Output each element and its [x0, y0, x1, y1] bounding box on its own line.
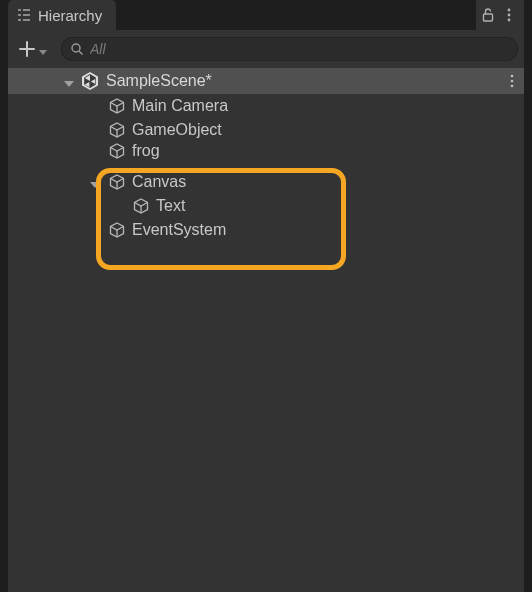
hierarchy-item-main-camera[interactable]: Main Camera: [8, 94, 524, 118]
item-label: Main Camera: [132, 97, 228, 115]
item-label: GameObject: [132, 121, 222, 139]
svg-line-13: [79, 51, 83, 55]
hierarchy-item-frog[interactable]: frog: [8, 142, 524, 160]
tab-label: Hierarchy: [38, 7, 102, 24]
dropdown-caret-icon: [39, 41, 47, 58]
item-label: Text: [156, 197, 185, 215]
search-icon: [70, 42, 84, 56]
svg-point-12: [72, 44, 80, 52]
kebab-menu-icon[interactable]: [504, 6, 514, 24]
item-label: EventSystem: [132, 221, 226, 239]
scene-menu-icon[interactable]: [508, 72, 516, 90]
search-input[interactable]: [88, 40, 509, 58]
cube-icon: [108, 97, 126, 115]
svg-point-8: [508, 14, 511, 17]
foldout-icon[interactable]: [64, 73, 74, 90]
svg-point-9: [508, 19, 511, 22]
item-label: Canvas: [132, 173, 186, 191]
hierarchy-item-gameobject[interactable]: GameObject: [8, 118, 524, 142]
svg-rect-6: [484, 14, 493, 21]
tab-bar: Hierarchy: [8, 0, 524, 30]
hierarchy-icon: [16, 7, 32, 23]
cube-icon: [108, 221, 126, 239]
hierarchy-item-canvas[interactable]: Canvas: [8, 170, 524, 194]
hierarchy-toolbar: [8, 30, 524, 68]
tab-hierarchy[interactable]: Hierarchy: [8, 0, 116, 30]
cube-icon: [108, 173, 126, 191]
svg-point-7: [508, 9, 511, 12]
cube-icon: [132, 197, 150, 215]
plus-icon: [18, 40, 36, 58]
cube-icon: [108, 121, 126, 139]
add-object-button[interactable]: [14, 38, 51, 60]
scene-row[interactable]: SampleScene*: [8, 68, 524, 94]
foldout-icon[interactable]: [90, 174, 100, 191]
svg-point-21: [511, 85, 514, 88]
hierarchy-tree[interactable]: SampleScene*: [8, 68, 524, 592]
hierarchy-item-eventsystem[interactable]: EventSystem: [8, 218, 524, 242]
lock-icon[interactable]: [480, 6, 496, 24]
scene-name-label: SampleScene*: [106, 72, 212, 90]
item-label: frog: [132, 142, 160, 160]
svg-point-19: [511, 75, 514, 78]
search-field[interactable]: [61, 37, 518, 61]
unity-logo-icon: [80, 71, 100, 91]
svg-point-20: [511, 80, 514, 83]
hierarchy-item-text[interactable]: Text: [8, 194, 524, 218]
cube-icon: [108, 142, 126, 160]
